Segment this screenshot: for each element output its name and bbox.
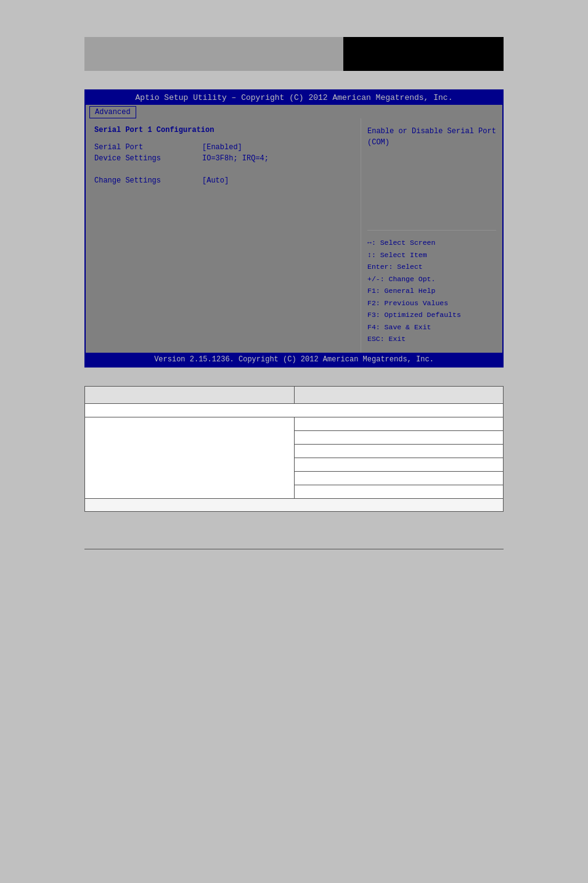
- bios-left-panel: Serial Port 1 Configuration Serial Port …: [86, 118, 361, 353]
- table-right-cell-2: [294, 431, 504, 445]
- table-right-cell-4: [294, 458, 504, 472]
- bios-footer: Version 2.15.1236. Copyright (C) 2012 Am…: [86, 353, 502, 366]
- bios-right-panel: Enable or Disable Serial Port(COM) ↔: Se…: [361, 118, 502, 353]
- table-right-cell-5: [294, 472, 504, 485]
- top-header: [84, 37, 504, 71]
- key-f3: F3: Optimized Defaults: [367, 309, 496, 321]
- serial-port-value: [Enabled]: [202, 143, 242, 152]
- key-change-opt: +/-: Change Opt.: [367, 273, 496, 285]
- divider: [367, 230, 496, 231]
- key-f4: F4: Save & Exit: [367, 321, 496, 334]
- header-right: [343, 37, 504, 71]
- change-settings-value: [Auto]: [202, 176, 229, 185]
- bottom-divider: [84, 549, 504, 549]
- table-header-right: [294, 387, 504, 404]
- section-title: Serial Port 1 Configuration: [94, 126, 352, 134]
- table-divider-row: [85, 404, 504, 417]
- key-esc: ESC: Exit: [367, 333, 496, 345]
- bios-title-text: Aptio Setup Utility – Copyright (C) 2012…: [136, 93, 453, 102]
- table-right-cell-6: [294, 485, 504, 499]
- tab-advanced[interactable]: Advanced: [89, 106, 136, 118]
- serial-port-row: Serial Port [Enabled]: [94, 143, 352, 152]
- table-header-left: [85, 387, 295, 404]
- bios-title: Aptio Setup Utility – Copyright (C) 2012…: [86, 91, 502, 105]
- device-settings-value: IO=3F8h; IRQ=4;: [202, 154, 269, 163]
- spacer-row: [94, 165, 352, 174]
- table-left-content: [85, 417, 295, 499]
- bios-footer-text: Version 2.15.1236. Copyright (C) 2012 Am…: [154, 355, 434, 364]
- key-select-screen: ↔: Select Screen: [367, 237, 496, 249]
- key-f1: F1: General Help: [367, 285, 496, 297]
- bios-tab-bar: Advanced: [86, 105, 502, 118]
- help-text: Enable or Disable Serial Port(COM): [367, 126, 496, 148]
- bios-screen: Aptio Setup Utility – Copyright (C) 2012…: [84, 89, 504, 368]
- table-footer: [85, 499, 504, 512]
- table-right-row-1: [294, 417, 504, 431]
- change-settings-row: Change Settings [Auto]: [94, 176, 352, 185]
- table-divider: [85, 404, 504, 417]
- bios-body: Serial Port 1 Configuration Serial Port …: [86, 118, 502, 353]
- device-settings-label: Device Settings: [94, 154, 202, 163]
- header-left: [84, 37, 343, 71]
- key-select-item: ↕: Select Item: [367, 249, 496, 261]
- key-enter: Enter: Select: [367, 261, 496, 273]
- table-footer-row: [85, 499, 504, 512]
- serial-port-label: Serial Port: [94, 143, 202, 152]
- key-legend: ↔: Select Screen ↕: Select Item Enter: S…: [367, 237, 496, 345]
- bottom-table: [84, 386, 504, 512]
- table-content-row: [85, 417, 504, 431]
- table-header-row: [85, 387, 504, 404]
- change-settings-label: Change Settings: [94, 176, 202, 185]
- device-settings-row: Device Settings IO=3F8h; IRQ=4;: [94, 154, 352, 163]
- key-f2: F2: Previous Values: [367, 297, 496, 310]
- table-right-cell-3: [294, 445, 504, 458]
